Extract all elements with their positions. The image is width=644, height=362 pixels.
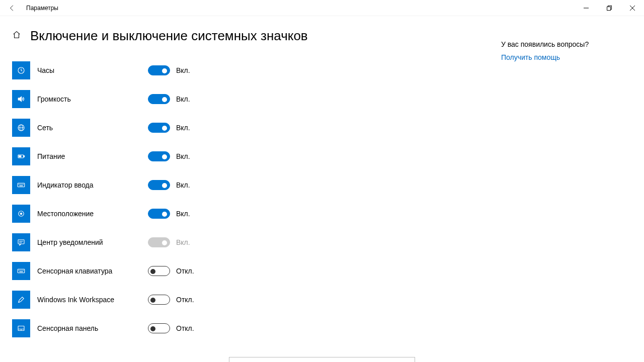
- help-link[interactable]: Получить помощь: [501, 53, 632, 61]
- svg-point-21: [20, 213, 22, 215]
- setting-row-location: МестоположениеВкл.: [12, 199, 501, 228]
- setting-row-input: Индикатор вводаВкл.: [12, 170, 501, 199]
- toggle-state-label: Откл.: [176, 296, 194, 304]
- titlebar: Параметры: [0, 0, 644, 16]
- help-question: У вас появились вопросы?: [501, 40, 632, 48]
- battery-icon: [12, 147, 30, 165]
- home-icon[interactable]: [12, 30, 21, 42]
- pen-icon: [12, 291, 30, 309]
- svg-rect-13: [18, 183, 25, 187]
- bottom-bar: [0, 360, 644, 362]
- toggle-state-label: Вкл.: [176, 152, 190, 160]
- setting-label: Индикатор ввода: [37, 181, 148, 189]
- target-icon: [12, 205, 30, 223]
- maximize-button[interactable]: [598, 0, 621, 16]
- keyboard-icon: [12, 262, 30, 280]
- toggle-location[interactable]: [148, 209, 170, 219]
- setting-row-touchpad: Сенсорная панельОткл.: [12, 314, 501, 342]
- setting-label: Сенсорная панель: [37, 324, 148, 332]
- toggle-ink[interactable]: [148, 295, 170, 305]
- setting-label: Питание: [37, 152, 148, 160]
- setting-label: Центр уведомлений: [37, 238, 148, 246]
- setting-label: Windows Ink Workspace: [37, 296, 148, 304]
- setting-label: Сеть: [37, 124, 148, 132]
- globe-icon: [12, 119, 30, 137]
- setting-row-ink: Windows Ink WorkspaceОткл.: [12, 285, 501, 314]
- main-panel: Включение и выключение системных значков…: [12, 28, 501, 342]
- setting-label: Местоположение: [37, 210, 148, 218]
- toggle-state-label: Вкл.: [176, 124, 190, 132]
- svg-rect-12: [19, 155, 22, 157]
- volume-icon: [12, 90, 30, 108]
- close-button[interactable]: [621, 0, 644, 16]
- svg-rect-22: [18, 239, 24, 243]
- svg-rect-11: [24, 155, 25, 157]
- toggle-network[interactable]: [148, 123, 170, 133]
- toggle-touchkbd[interactable]: [148, 266, 170, 276]
- svg-rect-3: [607, 7, 611, 10]
- toggle-state-label: Откл.: [176, 324, 194, 332]
- setting-row-touchkbd: Сенсорная клавиатураОткл.: [12, 256, 501, 285]
- toggle-state-label: Вкл.: [176, 95, 190, 103]
- setting-label: Сенсорная клавиатура: [37, 267, 148, 275]
- toggle-state-label: Вкл.: [176, 210, 190, 218]
- toggle-input[interactable]: [148, 180, 170, 190]
- toggle-action: [148, 237, 170, 247]
- page-title: Включение и выключение системных значков: [30, 28, 308, 44]
- back-button[interactable]: [0, 0, 24, 16]
- toggle-volume[interactable]: [148, 94, 170, 104]
- clock-icon: [12, 61, 30, 79]
- setting-row-action: Центр уведомленийВкл.: [12, 228, 501, 256]
- setting-row-network: СетьВкл.: [12, 113, 501, 142]
- help-sidebar: У вас появились вопросы? Получить помощь: [501, 28, 632, 342]
- toggle-touchpad[interactable]: [148, 323, 170, 333]
- touchpad-icon: [12, 319, 30, 337]
- minimize-button[interactable]: [575, 0, 598, 16]
- toggle-state-label: Вкл.: [176, 66, 190, 74]
- keyboard-icon: [12, 176, 30, 194]
- setting-label: Часы: [37, 66, 148, 74]
- toggle-power[interactable]: [148, 151, 170, 161]
- toggle-state-label: Откл.: [176, 267, 194, 275]
- setting-row-power: ПитаниеВкл.: [12, 142, 501, 170]
- setting-row-volume: ГромкостьВкл.: [12, 84, 501, 113]
- toggle-state-label: Вкл.: [176, 181, 190, 189]
- toggle-state-label: Вкл.: [176, 238, 190, 246]
- setting-row-clock: ЧасыВкл.: [12, 56, 501, 84]
- message-icon: [12, 233, 30, 251]
- window-title: Параметры: [24, 5, 58, 12]
- bottom-hint-box: [229, 357, 415, 362]
- svg-rect-25: [18, 269, 25, 273]
- setting-label: Громкость: [37, 95, 148, 103]
- toggle-clock[interactable]: [148, 65, 170, 75]
